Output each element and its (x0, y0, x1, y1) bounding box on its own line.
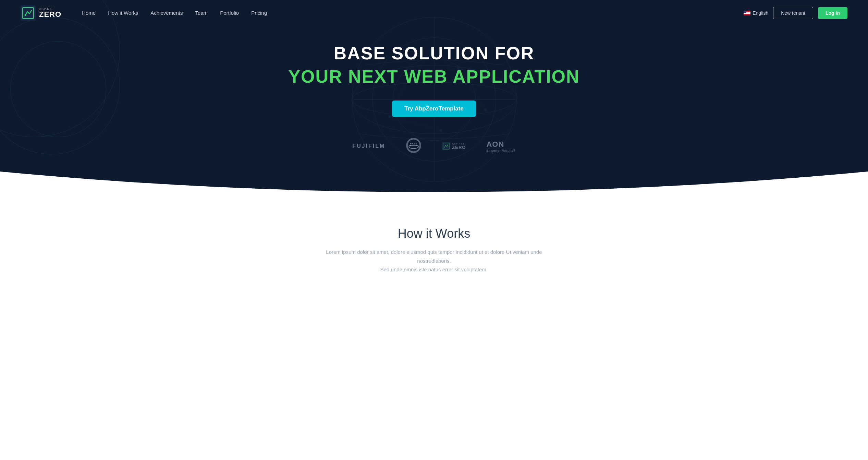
curve-divider (0, 172, 868, 199)
hero-title-line2: YOUR NEXT WEB APPLICATION (288, 66, 579, 87)
flag-icon (744, 11, 750, 15)
login-button[interactable]: Log in (818, 7, 847, 19)
new-tenant-button[interactable]: New tenant (773, 7, 813, 19)
bg-circle-3 (10, 41, 106, 137)
nav-achievements[interactable]: Achievements (150, 10, 183, 16)
navbar: ASP.NET ZERO Home How it Works Achieveme… (0, 0, 868, 26)
logo-text: ASP.NET ZERO (39, 8, 61, 18)
nav-links: Home How it Works Achievements Team Port… (82, 10, 744, 16)
how-it-works-subtitle: Lorem ipsum dolor sit amet, dolore eiusm… (311, 248, 558, 274)
nav-home[interactable]: Home (82, 10, 96, 16)
hero-section: BASE SOLUTION FOR YOUR NEXT WEB APPLICAT… (0, 0, 868, 199)
nav-pricing[interactable]: Pricing (251, 10, 267, 16)
language-selector[interactable]: English (744, 10, 768, 16)
logo-aon: AON Empower Results® (486, 140, 515, 152)
how-it-works-section: How it Works Lorem ipsum dolor sit amet,… (0, 199, 868, 295)
cta-button[interactable]: Try AbpZeroTemplate (392, 101, 476, 117)
subtitle-line1: Lorem ipsum dolor sit amet, dolore eiusm… (326, 249, 542, 264)
nav-team[interactable]: Team (195, 10, 208, 16)
hero-title-line1: BASE SOLUTION FOR (288, 43, 579, 63)
subtitle-line2: Sed unde omnis iste natus error sit volu… (380, 267, 488, 272)
logo-fujifilm: FUJIFILM (352, 143, 385, 149)
logos-strip: FUJIFILM NASA ASP.NET ZERO (352, 138, 515, 155)
nav-how-it-works[interactable]: How it Works (108, 10, 138, 16)
logo[interactable]: ASP.NET ZERO (21, 5, 61, 21)
svg-point-2 (25, 14, 26, 16)
how-it-works-title: How it Works (7, 226, 861, 241)
logo-zero-text: ZERO (39, 11, 61, 18)
svg-line-17 (390, 117, 441, 130)
logo-aspzero-sm: ASP.NET ZERO (442, 142, 466, 150)
logo-icon (21, 5, 36, 21)
svg-text:NASA: NASA (410, 143, 417, 145)
nav-portfolio[interactable]: Portfolio (220, 10, 239, 16)
bg-circle-2 (0, 17, 120, 154)
logo-nasa: NASA (406, 138, 421, 155)
nav-right: English New tenant Log in (744, 7, 847, 19)
hero-content: BASE SOLUTION FOR YOUR NEXT WEB APPLICAT… (281, 43, 586, 117)
language-label: English (753, 10, 768, 16)
